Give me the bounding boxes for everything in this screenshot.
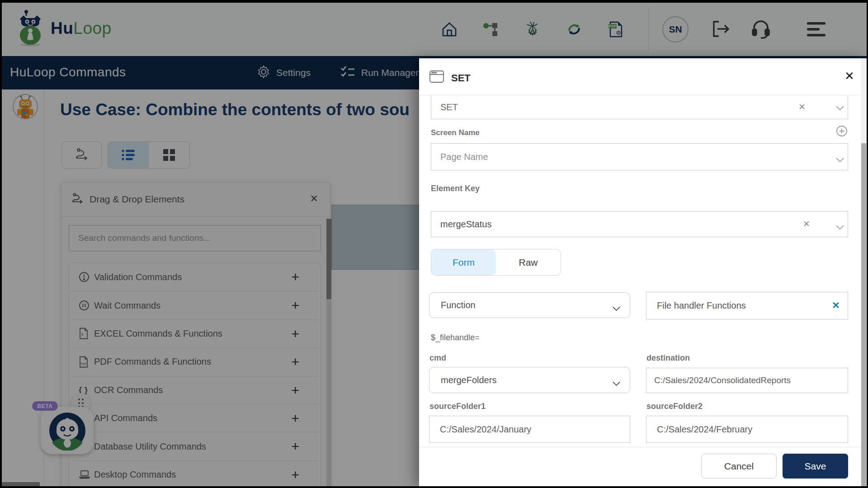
add-screen-icon[interactable]: [836, 125, 848, 139]
tab-raw[interactable]: Raw: [496, 249, 561, 275]
form-raw-tabs: Form Raw: [431, 249, 561, 276]
sourcefolder1-input[interactable]: C:/Sales/2024/January: [429, 416, 630, 443]
cmd-select[interactable]: mergeFolders: [429, 367, 630, 393]
chevron-down-icon[interactable]: [613, 303, 620, 314]
function-type-select[interactable]: Function: [429, 292, 630, 318]
screen-frame: [0, 0, 2, 488]
modal-scrollbar-thumb[interactable]: [861, 143, 866, 486]
chevron-down-icon[interactable]: [836, 103, 844, 113]
footer-divider: [419, 447, 863, 447]
tab-form[interactable]: Form: [431, 249, 496, 275]
screen-frame: [0, 0, 868, 3]
screen-name-select[interactable]: Page Name: [431, 143, 848, 170]
screen-name-label: Screen Name: [431, 128, 480, 137]
chevron-down-icon[interactable]: [613, 378, 620, 389]
clear-icon[interactable]: ✕: [803, 219, 810, 229]
param-label-destination: destination: [646, 353, 690, 363]
assignment-expression: $_filehandle=: [431, 333, 480, 343]
chevron-down-icon[interactable]: [836, 155, 844, 165]
app-window: HuLoop: [2, 3, 867, 486]
modal-window-icon: [429, 70, 444, 84]
param-label-cmd: cmd: [429, 353, 446, 363]
screen-frame: [0, 486, 868, 488]
destination-input[interactable]: C:/Sales/2024/ConsolidatedReports: [646, 368, 848, 393]
save-button[interactable]: Save: [783, 454, 848, 479]
clear-icon[interactable]: ✕: [832, 300, 840, 311]
element-key-select[interactable]: mergeStatus ✕: [431, 211, 848, 237]
modal-scrollbar[interactable]: [861, 58, 867, 486]
modal-close-icon[interactable]: ✕: [844, 69, 854, 83]
chevron-down-icon[interactable]: [836, 222, 844, 232]
clear-icon[interactable]: ✕: [798, 102, 806, 112]
param-label-sourcefolder2: sourceFolder2: [646, 402, 703, 411]
function-category-field[interactable]: File handler Functions ✕: [646, 292, 848, 319]
cancel-button[interactable]: Cancel: [701, 454, 777, 479]
param-label-sourcefolder1: sourceFolder1: [429, 402, 486, 411]
sourcefolder2-input[interactable]: C:/Sales/2024/February: [646, 416, 848, 443]
set-command-modal: SET ✕ SET ✕ Screen Name Page Name Elemen…: [419, 58, 867, 486]
screen: HuLoop: [0, 0, 868, 488]
modal-title: SET: [451, 72, 471, 84]
element-key-label: Element Key: [431, 184, 480, 193]
command-select[interactable]: SET ✕: [431, 95, 848, 119]
